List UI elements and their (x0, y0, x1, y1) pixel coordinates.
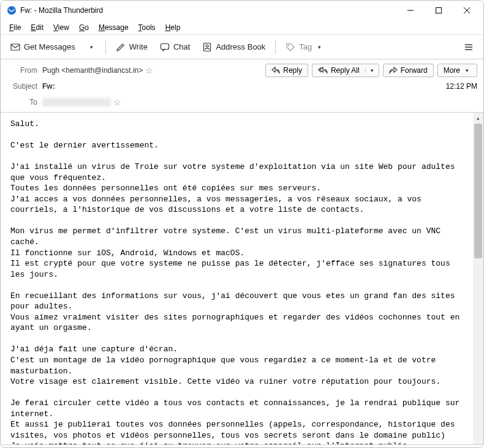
menu-file[interactable]: File (4, 22, 26, 33)
status-bar: ((●)) (1, 444, 483, 448)
message-headers: From Pugh <hemanth@indiancst.in> ☆ Reply… (1, 59, 483, 113)
subject-row: Subject Fw: 12:12 PM (7, 79, 477, 94)
svg-point-9 (288, 44, 289, 45)
more-label: More (444, 66, 460, 75)
chat-label: Chat (173, 42, 190, 51)
svg-rect-2 (436, 8, 442, 13)
svg-point-0 (7, 6, 16, 15)
reply-all-button[interactable]: Reply All ▾ (312, 64, 379, 77)
main-toolbar: Get Messages ▾ Write Chat Address Book T… (1, 35, 483, 59)
chat-icon (160, 42, 170, 52)
write-button[interactable]: Write (111, 39, 153, 55)
scroll-up-icon[interactable]: ▴ (473, 113, 483, 123)
menu-message[interactable]: Message (94, 22, 134, 33)
menu-bar: File Edit View Go Message Tools Help (1, 20, 483, 35)
subject-value: Fw: (42, 82, 55, 91)
from-label: From (7, 66, 42, 75)
star-contact-icon[interactable]: ☆ (145, 65, 153, 75)
forward-icon (389, 67, 398, 74)
from-row: From Pugh <hemanth@indiancst.in> ☆ Reply… (7, 63, 477, 78)
svg-rect-6 (161, 43, 168, 49)
app-menu-button[interactable] (459, 39, 478, 55)
window-title: Fw: - Mozilla Thunderbird (20, 6, 396, 15)
chat-button[interactable]: Chat (155, 39, 195, 55)
pencil-icon (116, 42, 126, 52)
message-time: 12:12 PM (446, 82, 477, 91)
separator (105, 40, 106, 54)
chevron-down-icon: ▾ (316, 44, 323, 50)
vertical-scrollbar[interactable]: ▴ (473, 113, 483, 444)
tag-label: Tag (299, 42, 312, 51)
reply-label: Reply (283, 66, 302, 75)
separator (275, 40, 276, 54)
more-button[interactable]: More ▾ (437, 64, 477, 77)
address-book-button[interactable]: Address Book (197, 39, 270, 55)
message-body[interactable]: Salut. C'est le dernier avertissement. J… (1, 113, 473, 444)
to-value-redacted[interactable] (42, 98, 111, 106)
svg-point-8 (206, 45, 208, 47)
address-book-icon (202, 42, 212, 52)
write-label: Write (129, 42, 148, 51)
minimize-button[interactable] (396, 1, 425, 20)
message-body-container: Salut. C'est le dernier avertissement. J… (1, 113, 483, 444)
tag-button[interactable]: Tag ▾ (281, 39, 328, 55)
window-titlebar: Fw: - Mozilla Thunderbird (1, 1, 483, 20)
reply-all-label: Reply All (331, 66, 360, 75)
svg-rect-5 (11, 44, 20, 50)
menu-tools[interactable]: Tools (134, 22, 161, 33)
chevron-down-icon[interactable]: ▾ (365, 67, 379, 73)
get-messages-label: Get Messages (24, 42, 75, 51)
address-book-label: Address Book (216, 42, 265, 51)
download-icon (10, 42, 20, 52)
forward-label: Forward (401, 66, 428, 75)
reply-icon (271, 67, 280, 74)
chevron-down-icon: ▾ (463, 67, 471, 73)
from-value[interactable]: Pugh <hemanth@indiancst.in> (42, 66, 143, 75)
close-button[interactable] (453, 1, 481, 20)
to-row: To ☆ (7, 95, 477, 110)
app-icon (7, 6, 17, 15)
reply-all-icon (318, 67, 328, 74)
reply-button[interactable]: Reply (265, 64, 308, 77)
hamburger-icon (464, 42, 474, 52)
forward-button[interactable]: Forward (383, 64, 434, 77)
maximize-button[interactable] (425, 1, 453, 20)
get-messages-button[interactable]: Get Messages (6, 39, 80, 55)
menu-help[interactable]: Help (161, 22, 186, 33)
chevron-down-icon: ▾ (88, 44, 96, 50)
menu-edit[interactable]: Edit (26, 22, 48, 33)
scroll-thumb[interactable] (474, 124, 482, 258)
message-action-bar: Reply Reply All ▾ Forward More ▾ (265, 64, 477, 77)
get-messages-dropdown[interactable]: ▾ (83, 41, 100, 53)
tag-icon (285, 42, 295, 52)
menu-go[interactable]: Go (74, 22, 94, 33)
star-contact-icon[interactable]: ☆ (113, 97, 121, 107)
subject-label: Subject (7, 82, 42, 91)
to-label: To (7, 98, 42, 106)
menu-view[interactable]: View (48, 22, 74, 33)
